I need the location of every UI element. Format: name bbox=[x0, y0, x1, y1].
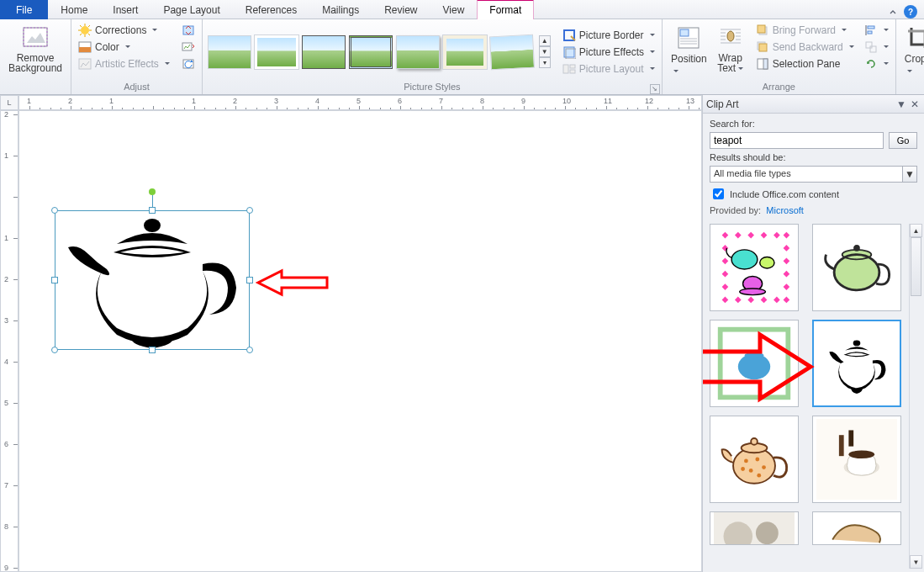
horizontal-ruler[interactable]: 121123456789101112131415 bbox=[18, 95, 702, 110]
picture-style-thumb[interactable] bbox=[302, 35, 346, 69]
search-input[interactable] bbox=[710, 132, 884, 149]
ribbon: Remove Background Corrections Color Arti… bbox=[0, 19, 924, 95]
color-button[interactable]: Color bbox=[77, 40, 172, 55]
artistic-effects-button[interactable]: Artistic Effects bbox=[77, 56, 172, 72]
arrange-group-label: Arrange bbox=[668, 81, 890, 94]
gallery-up-button[interactable]: ▲ bbox=[539, 35, 551, 46]
crop-button[interactable]: Crop bbox=[901, 23, 924, 78]
resize-handle-tl[interactable] bbox=[51, 207, 58, 214]
annotation-arrow-right bbox=[703, 330, 844, 405]
corrections-button[interactable]: Corrections bbox=[77, 23, 172, 38]
tab-view[interactable]: View bbox=[430, 0, 478, 19]
resize-handle-ml[interactable] bbox=[51, 277, 58, 283]
reset-picture-button[interactable] bbox=[180, 56, 197, 72]
picture-layout-button[interactable]: Picture Layout bbox=[561, 61, 657, 77]
resize-handle-bm[interactable] bbox=[149, 347, 156, 353]
svg-rect-22 bbox=[570, 70, 575, 73]
resize-handle-br[interactable] bbox=[246, 347, 253, 353]
picture-border-icon bbox=[562, 29, 576, 42]
pane-options-icon[interactable]: ▼ bbox=[895, 98, 907, 110]
svg-point-66 bbox=[751, 438, 758, 445]
scroll-thumb[interactable] bbox=[911, 237, 921, 296]
tab-file[interactable]: File bbox=[0, 0, 48, 19]
rotate-handle[interactable] bbox=[149, 188, 156, 195]
picture-layout-label: Picture Layout bbox=[579, 63, 644, 75]
selection-pane-button[interactable]: Selection Pane bbox=[754, 56, 856, 72]
svg-rect-46 bbox=[866, 42, 872, 48]
results-filter-combo[interactable]: All media file types ▼ bbox=[710, 166, 917, 183]
rotate-button[interactable] bbox=[863, 56, 890, 72]
tab-page-layout[interactable]: Page Layout bbox=[150, 0, 232, 19]
clipart-thumb[interactable] bbox=[812, 511, 901, 545]
clipart-thumb[interactable] bbox=[812, 416, 901, 503]
svg-rect-77 bbox=[848, 430, 853, 446]
tab-home[interactable]: Home bbox=[48, 0, 100, 19]
document-page[interactable] bbox=[18, 110, 702, 572]
resize-handle-tm[interactable] bbox=[149, 207, 156, 214]
remove-background-button[interactable]: Remove Background bbox=[5, 23, 66, 75]
selection-outline bbox=[55, 210, 250, 350]
change-picture-button[interactable] bbox=[180, 40, 197, 55]
resize-handle-mr[interactable] bbox=[246, 277, 253, 283]
bring-forward-button[interactable]: Bring Forward bbox=[754, 23, 856, 38]
search-for-label: Search for: bbox=[710, 119, 917, 129]
results-scrollbar[interactable]: ▲ ▼ bbox=[909, 224, 922, 569]
svg-rect-20 bbox=[563, 65, 568, 73]
document-area: L 121123456789101112131415 2112345678910… bbox=[0, 95, 702, 572]
picture-effects-button[interactable]: Picture Effects bbox=[561, 45, 657, 60]
results-should-be-label: Results should be: bbox=[710, 152, 917, 162]
svg-rect-42 bbox=[763, 59, 768, 69]
minimize-ribbon-icon[interactable] bbox=[887, 7, 899, 19]
vertical-ruler[interactable]: 211234567891011 bbox=[0, 110, 18, 572]
selected-picture[interactable] bbox=[55, 210, 250, 350]
align-button[interactable] bbox=[863, 23, 890, 38]
picture-border-label: Picture Border bbox=[579, 29, 644, 41]
picture-style-thumb[interactable] bbox=[396, 35, 440, 69]
gallery-more-button[interactable]: ▾ bbox=[539, 57, 551, 68]
scroll-up-button[interactable]: ▲ bbox=[910, 224, 922, 237]
tab-insert[interactable]: Insert bbox=[100, 0, 150, 19]
go-button[interactable]: Go bbox=[889, 132, 917, 149]
tab-format[interactable]: Format bbox=[477, 0, 534, 19]
tab-references[interactable]: References bbox=[233, 0, 309, 19]
picture-style-thumb[interactable] bbox=[208, 35, 251, 69]
svg-rect-15 bbox=[182, 43, 192, 50]
picture-style-thumb[interactable] bbox=[489, 34, 535, 70]
wrap-text-button[interactable]: Wrap Text bbox=[714, 23, 747, 75]
corrections-label: Corrections bbox=[95, 24, 146, 36]
picture-border-button[interactable]: Picture Border bbox=[561, 28, 657, 43]
picture-style-thumb[interactable] bbox=[349, 35, 393, 69]
picture-styles-group-label: Picture Styles↘ bbox=[208, 81, 657, 94]
bring-forward-icon bbox=[756, 24, 769, 37]
compress-icon bbox=[182, 24, 195, 37]
send-backward-button[interactable]: Send Backward bbox=[754, 40, 856, 55]
clipart-thumb[interactable] bbox=[710, 416, 799, 503]
resize-handle-bl[interactable] bbox=[51, 347, 58, 353]
microsoft-link[interactable]: Microsoft bbox=[766, 205, 804, 215]
picture-styles-launcher[interactable]: ↘ bbox=[650, 84, 660, 94]
chevron-down-icon[interactable]: ▼ bbox=[902, 166, 917, 183]
picture-style-thumb[interactable] bbox=[443, 35, 487, 69]
clipart-thumb[interactable] bbox=[710, 224, 799, 311]
compress-pictures-button[interactable] bbox=[180, 23, 197, 38]
help-icon[interactable]: ? bbox=[904, 5, 917, 19]
resize-handle-tr[interactable] bbox=[246, 207, 253, 214]
include-office-checkbox[interactable] bbox=[713, 188, 724, 199]
clipart-thumb[interactable] bbox=[710, 511, 799, 545]
svg-rect-24 bbox=[680, 29, 689, 36]
picture-layout-icon bbox=[562, 62, 576, 76]
clipart-thumb[interactable] bbox=[812, 224, 901, 311]
wrap-text-label: Wrap Text bbox=[717, 53, 744, 73]
tab-review[interactable]: Review bbox=[372, 0, 430, 19]
tab-mailings[interactable]: Mailings bbox=[309, 0, 372, 19]
svg-rect-45 bbox=[868, 31, 872, 34]
position-button[interactable]: Position bbox=[668, 23, 710, 78]
scroll-down-button[interactable]: ▼ bbox=[910, 555, 922, 569]
picture-styles-gallery[interactable]: ▲ ▼ ▾ bbox=[208, 35, 551, 69]
pane-close-icon[interactable]: ✕ bbox=[909, 98, 921, 110]
group-button[interactable] bbox=[863, 40, 890, 55]
picture-style-thumb[interactable] bbox=[255, 35, 298, 69]
include-office-label: Include Office.com content bbox=[730, 189, 839, 199]
gallery-down-button[interactable]: ▼ bbox=[539, 46, 551, 57]
ruler-corner[interactable]: L bbox=[0, 95, 18, 110]
